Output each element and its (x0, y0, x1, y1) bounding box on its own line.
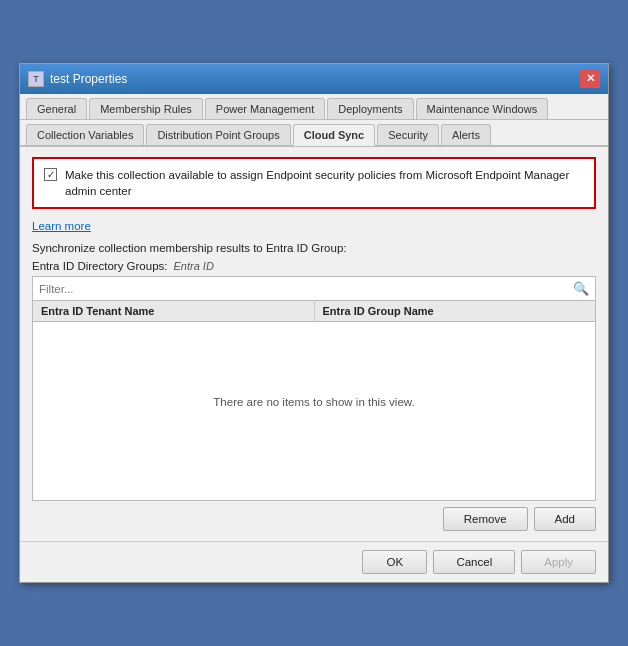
table-body: There are no items to show in this view. (33, 322, 595, 482)
search-icon: 🔍 (567, 277, 595, 300)
window-title: test Properties (50, 72, 127, 86)
tab-collection-variables[interactable]: Collection Variables (26, 124, 144, 145)
checkbox-label: Make this collection available to assign… (65, 167, 584, 199)
highlight-checkbox-box: Make this collection available to assign… (32, 157, 596, 209)
cancel-button[interactable]: Cancel (433, 550, 515, 574)
tab-membership-rules[interactable]: Membership Rules (89, 98, 203, 119)
checkbox-wrap: Make this collection available to assign… (44, 167, 584, 199)
apply-button[interactable]: Apply (521, 550, 596, 574)
content-area: Make this collection available to assign… (20, 147, 608, 541)
entra-section: Entra ID Directory Groups: Entra ID (32, 260, 596, 272)
sync-label: Synchronize collection membership result… (32, 242, 596, 254)
tab-deployments[interactable]: Deployments (327, 98, 413, 119)
dialog-window: T test Properties ✕ General Membership R… (19, 63, 609, 583)
footer-row: OK Cancel Apply (20, 541, 608, 582)
close-button[interactable]: ✕ (580, 70, 600, 88)
remove-button[interactable]: Remove (443, 507, 528, 531)
table-container: Entra ID Tenant Name Entra ID Group Name… (32, 301, 596, 501)
filter-row: 🔍 (32, 276, 596, 301)
add-button[interactable]: Add (534, 507, 596, 531)
ok-button[interactable]: OK (362, 550, 427, 574)
filter-input[interactable] (33, 279, 567, 299)
title-bar: T test Properties ✕ (20, 64, 608, 94)
tab-power-management[interactable]: Power Management (205, 98, 325, 119)
tab-cloud-sync[interactable]: Cloud Sync (293, 124, 376, 146)
no-items-text: There are no items to show in this view. (213, 396, 414, 408)
tab-maintenance-windows[interactable]: Maintenance Windows (416, 98, 549, 119)
tab-security[interactable]: Security (377, 124, 439, 145)
title-bar-left: T test Properties (28, 71, 127, 87)
tab-alerts[interactable]: Alerts (441, 124, 491, 145)
tabs-row-1: General Membership Rules Power Managemen… (20, 94, 608, 120)
table-header: Entra ID Tenant Name Entra ID Group Name (33, 301, 595, 322)
tab-distribution-point-groups[interactable]: Distribution Point Groups (146, 124, 290, 145)
table-action-buttons: Remove Add (32, 507, 596, 531)
col-tenant-name: Entra ID Tenant Name (33, 301, 315, 321)
col-group-name: Entra ID Group Name (315, 301, 596, 321)
window-icon: T (28, 71, 44, 87)
tabs-row-2: Collection Variables Distribution Point … (20, 120, 608, 147)
tab-general[interactable]: General (26, 98, 87, 119)
entra-id-badge: Entra ID (173, 260, 213, 272)
learn-more-link[interactable]: Learn more (32, 220, 91, 232)
entra-directory-label: Entra ID Directory Groups: (32, 260, 167, 272)
endpoint-policy-checkbox[interactable] (44, 168, 57, 181)
